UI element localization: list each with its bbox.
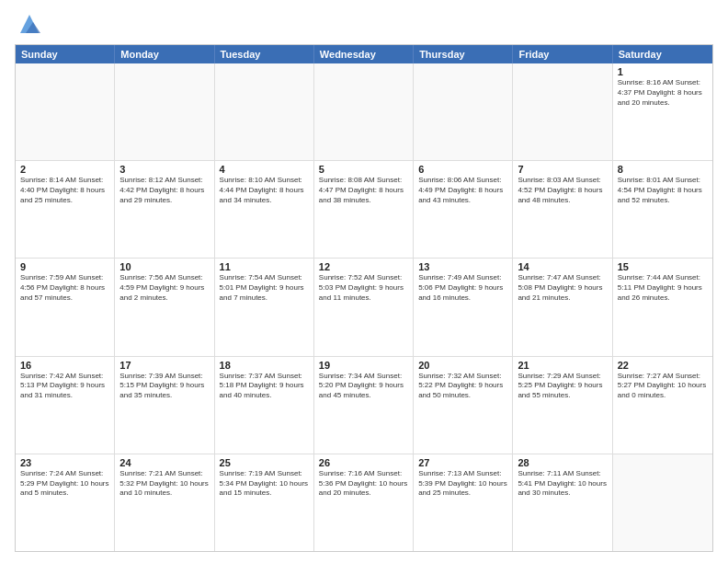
day-number: 18 [220,360,309,371]
calendar-header: SundayMondayTuesdayWednesdayThursdayFrid… [16,45,712,63]
calendar-cell: 13Sunrise: 7:49 AM Sunset: 5:06 PM Dayli… [414,259,513,355]
day-info: Sunrise: 7:11 AM Sunset: 5:41 PM Dayligh… [518,469,607,499]
day-info: Sunrise: 8:14 AM Sunset: 4:40 PM Dayligh… [20,176,109,205]
calendar-cell: 5Sunrise: 8:08 AM Sunset: 4:47 PM Daylig… [314,161,414,258]
page: SundayMondayTuesdayWednesdayThursdayFrid… [0,0,728,563]
day-info: Sunrise: 7:56 AM Sunset: 4:59 PM Dayligh… [119,273,209,303]
calendar-cell: 15Sunrise: 7:44 AM Sunset: 5:11 PM Dayli… [613,259,712,355]
day-info: Sunrise: 7:13 AM Sunset: 5:39 PM Dayligh… [418,469,507,499]
day-info: Sunrise: 7:59 AM Sunset: 4:56 PM Dayligh… [20,273,109,303]
day-info: Sunrise: 8:10 AM Sunset: 4:44 PM Dayligh… [220,176,309,205]
day-number: 22 [618,360,708,371]
day-info: Sunrise: 8:03 AM Sunset: 4:52 PM Dayligh… [518,176,607,205]
day-number: 14 [518,261,607,272]
day-number: 17 [119,360,209,371]
calendar-cell: 10Sunrise: 7:56 AM Sunset: 4:59 PM Dayli… [115,259,214,355]
day-info: Sunrise: 7:49 AM Sunset: 5:06 PM Dayligh… [418,273,507,303]
day-number: 2 [20,164,109,175]
day-number: 16 [20,360,109,371]
day-number: 9 [20,261,109,272]
calendar-cell: 28Sunrise: 7:11 AM Sunset: 5:41 PM Dayli… [513,454,612,551]
day-info: Sunrise: 7:29 AM Sunset: 5:25 PM Dayligh… [518,372,607,401]
day-info: Sunrise: 7:52 AM Sunset: 5:03 PM Dayligh… [319,273,408,303]
day-info: Sunrise: 7:19 AM Sunset: 5:34 PM Dayligh… [220,469,309,499]
day-number: 26 [319,457,408,468]
calendar-cell: 18Sunrise: 7:37 AM Sunset: 5:18 PM Dayli… [215,357,314,454]
day-number: 8 [618,164,708,175]
day-info: Sunrise: 8:08 AM Sunset: 4:47 PM Dayligh… [319,176,408,205]
day-info: Sunrise: 7:39 AM Sunset: 5:15 PM Dayligh… [119,372,209,401]
header-day-tuesday: Tuesday [215,45,314,63]
day-number: 20 [418,360,507,371]
day-number: 5 [319,164,408,175]
day-number: 19 [319,360,408,371]
header-day-wednesday: Wednesday [314,45,414,63]
calendar-cell: 16Sunrise: 7:42 AM Sunset: 5:13 PM Dayli… [16,357,115,454]
day-info: Sunrise: 7:24 AM Sunset: 5:29 PM Dayligh… [20,469,109,499]
calendar-cell [115,63,214,160]
day-info: Sunrise: 8:06 AM Sunset: 4:49 PM Dayligh… [418,176,507,205]
calendar-cell: 8Sunrise: 8:01 AM Sunset: 4:54 PM Daylig… [613,161,712,258]
header-day-monday: Monday [115,45,214,63]
day-number: 23 [20,457,109,468]
calendar-row-3: 9Sunrise: 7:59 AM Sunset: 4:56 PM Daylig… [16,259,712,356]
day-number: 6 [418,164,507,175]
calendar-cell: 7Sunrise: 8:03 AM Sunset: 4:52 PM Daylig… [513,161,612,258]
day-number: 11 [220,261,309,272]
day-number: 12 [319,261,408,272]
day-number: 4 [220,164,309,175]
day-number: 15 [618,261,708,272]
calendar-cell: 17Sunrise: 7:39 AM Sunset: 5:15 PM Dayli… [115,357,214,454]
day-number: 1 [618,66,708,77]
calendar-cell: 20Sunrise: 7:32 AM Sunset: 5:22 PM Dayli… [414,357,513,454]
day-info: Sunrise: 8:01 AM Sunset: 4:54 PM Dayligh… [618,176,708,205]
calendar-cell: 27Sunrise: 7:13 AM Sunset: 5:39 PM Dayli… [414,454,513,551]
calendar-cell: 26Sunrise: 7:16 AM Sunset: 5:36 PM Dayli… [314,454,414,551]
calendar-cell: 11Sunrise: 7:54 AM Sunset: 5:01 PM Dayli… [215,259,314,355]
day-number: 7 [518,164,607,175]
header-day-saturday: Saturday [613,45,712,63]
day-info: Sunrise: 7:42 AM Sunset: 5:13 PM Dayligh… [20,372,109,401]
calendar-cell: 6Sunrise: 8:06 AM Sunset: 4:49 PM Daylig… [414,161,513,258]
calendar-cell [314,63,414,160]
calendar-cell: 2Sunrise: 8:14 AM Sunset: 4:40 PM Daylig… [16,161,115,258]
calendar-cell: 1Sunrise: 8:16 AM Sunset: 4:37 PM Daylig… [613,63,712,160]
day-number: 24 [119,457,209,468]
calendar-cell: 3Sunrise: 8:12 AM Sunset: 4:42 PM Daylig… [115,161,214,258]
day-info: Sunrise: 7:27 AM Sunset: 5:27 PM Dayligh… [618,372,708,401]
day-info: Sunrise: 7:32 AM Sunset: 5:22 PM Dayligh… [418,372,507,401]
calendar-cell: 4Sunrise: 8:10 AM Sunset: 4:44 PM Daylig… [215,161,314,258]
calendar-cell [414,63,513,160]
calendar-cell [16,63,115,160]
calendar-cell [613,454,712,551]
calendar-cell [513,63,612,160]
header-day-friday: Friday [513,45,612,63]
day-info: Sunrise: 7:47 AM Sunset: 5:08 PM Dayligh… [518,273,607,303]
day-info: Sunrise: 7:34 AM Sunset: 5:20 PM Dayligh… [319,372,408,401]
calendar-body: 1Sunrise: 8:16 AM Sunset: 4:37 PM Daylig… [16,63,712,551]
calendar-cell: 25Sunrise: 7:19 AM Sunset: 5:34 PM Dayli… [215,454,314,551]
calendar-cell: 24Sunrise: 7:21 AM Sunset: 5:32 PM Dayli… [115,454,214,551]
calendar-cell: 14Sunrise: 7:47 AM Sunset: 5:08 PM Dayli… [513,259,612,355]
logo [15,11,42,37]
logo-icon [17,11,42,37]
day-info: Sunrise: 7:21 AM Sunset: 5:32 PM Dayligh… [119,469,209,499]
calendar-row-5: 23Sunrise: 7:24 AM Sunset: 5:29 PM Dayli… [16,454,712,551]
calendar-row-1: 1Sunrise: 8:16 AM Sunset: 4:37 PM Daylig… [16,63,712,161]
day-number: 21 [518,360,607,371]
day-number: 25 [220,457,309,468]
header [15,11,713,37]
calendar-cell [215,63,314,160]
day-info: Sunrise: 7:16 AM Sunset: 5:36 PM Dayligh… [319,469,408,499]
header-day-thursday: Thursday [414,45,513,63]
calendar-cell: 22Sunrise: 7:27 AM Sunset: 5:27 PM Dayli… [613,357,712,454]
calendar-row-2: 2Sunrise: 8:14 AM Sunset: 4:40 PM Daylig… [16,161,712,259]
day-info: Sunrise: 7:54 AM Sunset: 5:01 PM Dayligh… [220,273,309,303]
header-day-sunday: Sunday [16,45,115,63]
day-number: 27 [418,457,507,468]
day-info: Sunrise: 8:12 AM Sunset: 4:42 PM Dayligh… [119,176,209,205]
day-number: 3 [119,164,209,175]
calendar-cell: 23Sunrise: 7:24 AM Sunset: 5:29 PM Dayli… [16,454,115,551]
day-info: Sunrise: 8:16 AM Sunset: 4:37 PM Dayligh… [618,78,708,108]
calendar-cell: 21Sunrise: 7:29 AM Sunset: 5:25 PM Dayli… [513,357,612,454]
